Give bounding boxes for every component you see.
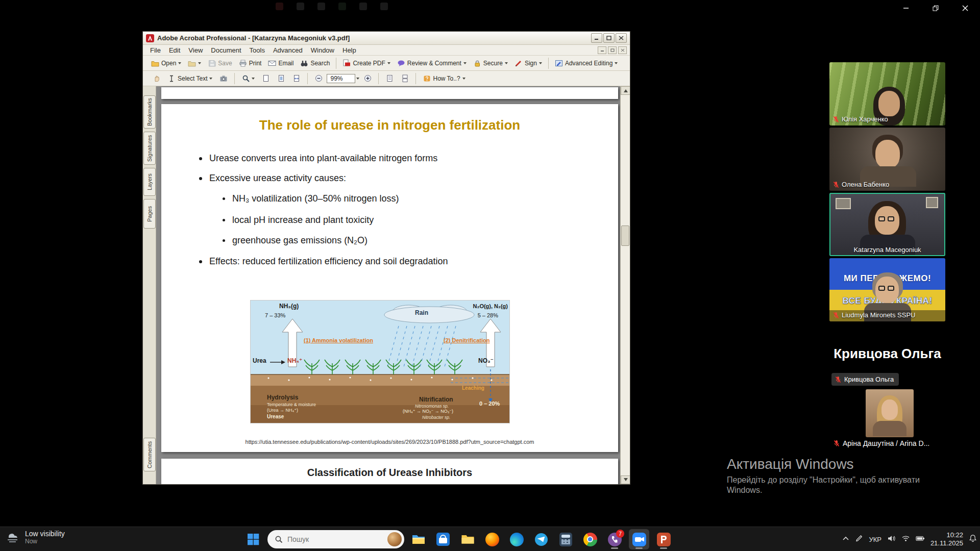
select-text-button[interactable]: Select Text: [164, 73, 215, 84]
hand-tool-button[interactable]: [149, 73, 163, 84]
menu-help[interactable]: Help: [338, 46, 360, 54]
comment-bubble-icon: [397, 59, 405, 67]
participant-tile-1[interactable]: Юлія Харченко: [829, 62, 945, 126]
taskbar-calculator[interactable]: [555, 529, 576, 549]
single-page-button[interactable]: [382, 73, 397, 84]
wall-frame: [926, 197, 938, 208]
doc-close-button[interactable]: [618, 46, 627, 54]
scroll-up-button[interactable]: [621, 86, 630, 95]
taskbar-explorer[interactable]: [408, 529, 429, 549]
main-toolbar: Open Save Print Email Search: [143, 56, 630, 71]
folder-icon: [461, 534, 475, 545]
notification-bell-icon[interactable]: [969, 534, 977, 544]
menu-window[interactable]: Window: [307, 46, 338, 54]
network-icon[interactable]: [901, 535, 910, 544]
battery-icon[interactable]: [916, 535, 925, 544]
menu-tools[interactable]: Tools: [246, 46, 269, 54]
zoom-level-input[interactable]: 99%: [327, 74, 355, 83]
create-pdf-button[interactable]: Create PDF: [339, 58, 393, 69]
taskbar-edge[interactable]: [506, 529, 527, 549]
close-button[interactable]: [950, 0, 980, 16]
menu-view[interactable]: View: [184, 46, 207, 54]
taskbar-clock[interactable]: 10:22 21.11.2025: [930, 531, 963, 547]
taskbar-zoom[interactable]: [629, 529, 649, 549]
diagram-nitrification-label: Nitrification: [419, 396, 453, 403]
menu-advanced[interactable]: Advanced: [269, 46, 307, 54]
organizer-button[interactable]: [185, 58, 204, 69]
acrobat-restore-button[interactable]: [603, 33, 615, 43]
start-button[interactable]: [243, 529, 263, 549]
tab-pages[interactable]: Pages: [143, 199, 156, 229]
taskbar-chrome[interactable]: [580, 529, 600, 549]
weather-widget[interactable]: Low visibility Now: [5, 530, 65, 545]
taskbar-viber[interactable]: 7: [604, 529, 625, 549]
weather-time: Now: [25, 538, 65, 545]
pen-icon[interactable]: [855, 534, 863, 544]
participant-nametag[interactable]: Кривцова Ольга: [831, 373, 899, 386]
doc-restore-button[interactable]: [608, 46, 617, 54]
volume-icon[interactable]: [887, 535, 896, 544]
mic-off-icon: [834, 440, 840, 447]
how-to-button[interactable]: How To..?: [420, 73, 468, 84]
language-indicator[interactable]: УКР: [869, 536, 881, 543]
zoom-in-button[interactable]: [360, 73, 375, 84]
fit-width-button[interactable]: [289, 73, 304, 84]
vertical-scrollbar[interactable]: [620, 86, 630, 484]
zoom-level-dropdown[interactable]: [356, 78, 359, 81]
hand-icon: [152, 74, 160, 83]
participant-tile-2[interactable]: Олена Бабенко: [829, 128, 945, 191]
participant-tile-3[interactable]: Katarzyna Macegoniuk: [829, 193, 945, 256]
hidden-meeting-toolbar[interactable]: [276, 3, 388, 10]
email-button[interactable]: Email: [265, 58, 297, 69]
snapshot-tool-button[interactable]: [216, 73, 231, 84]
mic-off-icon: [833, 181, 839, 188]
search-button[interactable]: Search: [297, 58, 333, 69]
zoom-tool-button[interactable]: [238, 73, 258, 84]
secure-button[interactable]: Secure: [470, 58, 511, 69]
taskbar-powerpoint[interactable]: [653, 529, 674, 549]
save-button[interactable]: Save: [205, 58, 235, 69]
menu-document[interactable]: Document: [207, 46, 245, 54]
diagram-n2o-pct: 5 – 28%: [478, 312, 498, 318]
tab-layers[interactable]: Layers: [143, 168, 156, 196]
tab-bookmarks[interactable]: Bookmarks: [143, 95, 156, 129]
review-comment-button[interactable]: Review & Comment: [394, 58, 470, 69]
tray-chevron[interactable]: [842, 535, 849, 544]
taskbar-telegram[interactable]: [531, 529, 551, 549]
taskbar-firefox[interactable]: [482, 529, 502, 549]
open-button[interactable]: Open: [148, 58, 184, 69]
participant-tile-4[interactable]: МИ ПЕРЕМОЖЕМО! ВСЕ БУДЕ УКРАЇНА! Liudmyl…: [829, 258, 945, 321]
print-button[interactable]: Print: [236, 58, 265, 69]
taskbar-folder[interactable]: [457, 529, 478, 549]
page-view[interactable]: The role of urease in nitrogen fertiliza…: [156, 86, 620, 484]
menu-edit[interactable]: Edit: [165, 46, 184, 54]
diagram-n2o-label: N₂O(g), N₂(g): [473, 303, 508, 309]
acrobat-titlebar[interactable]: Adobe Acrobat Professional - [Katarzyna …: [143, 32, 630, 45]
actual-size-button[interactable]: [259, 73, 273, 84]
menu-file[interactable]: File: [146, 46, 165, 54]
acrobat-close-button[interactable]: [616, 33, 627, 43]
taskbar-store[interactable]: [433, 529, 453, 549]
scroll-down-button[interactable]: [621, 475, 630, 484]
bullet-item: greenhouse gas emissions (N₂O): [223, 235, 368, 246]
fit-page-button[interactable]: [274, 73, 288, 84]
tab-signatures[interactable]: Signatures: [143, 132, 156, 165]
acrobat-minimize-button[interactable]: [591, 33, 602, 43]
sign-button[interactable]: Sign: [511, 58, 545, 69]
viber-notification-badge: 7: [616, 530, 624, 538]
participant-tile-small[interactable]: [866, 389, 914, 437]
mic-off-icon: [835, 376, 841, 383]
advanced-editing-button[interactable]: Advanced Editing: [552, 58, 621, 69]
calculator-icon: [559, 533, 572, 546]
continuous-page-button[interactable]: [398, 73, 412, 84]
search-highlight-image[interactable]: [387, 532, 402, 546]
zoom-out-button[interactable]: [311, 73, 326, 84]
search-input[interactable]: [287, 535, 374, 543]
minimize-button[interactable]: [891, 0, 921, 16]
tab-comments[interactable]: Comments: [143, 438, 156, 471]
store-icon: [436, 533, 450, 546]
restore-button[interactable]: [921, 0, 950, 16]
doc-minimize-button[interactable]: [598, 46, 606, 54]
taskbar-search[interactable]: [267, 530, 404, 548]
scrollbar-thumb[interactable]: [621, 226, 629, 246]
